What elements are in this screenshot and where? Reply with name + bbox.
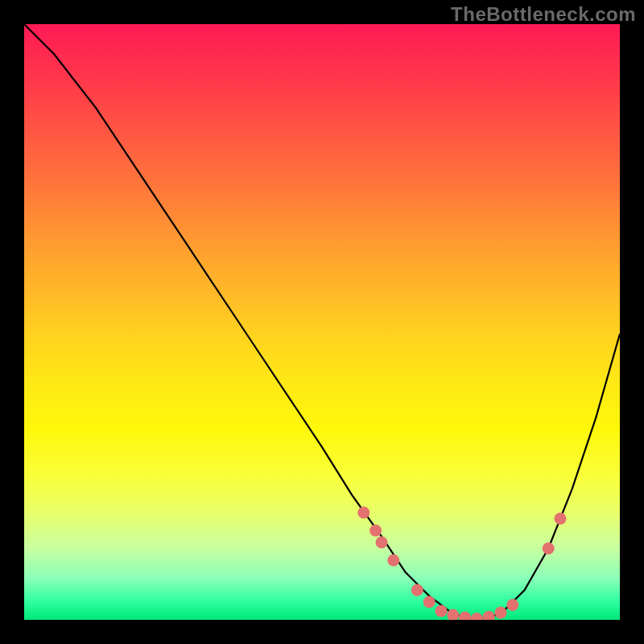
chart-svg	[24, 24, 620, 620]
data-marker	[369, 525, 382, 537]
data-marker	[543, 543, 555, 555]
watermark-text: TheBottleneck.com	[451, 3, 636, 26]
data-marker	[555, 513, 567, 525]
data-marker	[459, 612, 471, 621]
data-marker	[483, 611, 495, 620]
curve-line	[24, 24, 620, 620]
data-marker	[387, 555, 399, 567]
data-marker	[471, 613, 483, 620]
data-marker	[436, 605, 448, 617]
data-marker	[376, 536, 388, 548]
marker-group	[357, 506, 566, 620]
data-marker	[506, 599, 518, 611]
chart-frame: TheBottleneck.com	[0, 0, 644, 644]
data-marker	[423, 596, 436, 608]
data-marker	[357, 506, 369, 518]
data-marker	[495, 607, 507, 619]
plot-area	[24, 24, 620, 620]
data-marker	[411, 584, 423, 597]
